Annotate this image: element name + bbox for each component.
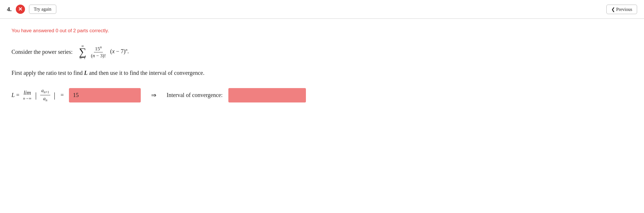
main-content: You have answered 0 out of 2 parts corre…	[0, 19, 402, 114]
series-fraction: 15n (n − 3)!	[90, 45, 107, 59]
summation-symbol: ∞ ∑ n=1	[79, 44, 86, 60]
sum-body: 15n (n − 3)! (x − 7)n.	[89, 45, 129, 59]
sum-lower: n=1	[80, 56, 85, 60]
question-number: 4.	[7, 5, 12, 13]
abs-bar-left: |	[35, 91, 37, 100]
series-term: (x − 7)n.	[110, 48, 129, 54]
limit-answer-value: 15	[73, 92, 79, 98]
answer-row: L = lim n→∞ | an+1 an | = 15 ⇒ Interval …	[11, 88, 391, 103]
equals-sign: =	[61, 92, 64, 98]
status-text: You have answered 0 out of 2 parts corre…	[11, 28, 391, 34]
implies-arrow: ⇒	[151, 92, 156, 99]
header-left: 4. ✕ Try again	[7, 5, 56, 14]
instruction-text: First apply the ratio test to find L and…	[11, 68, 391, 77]
interval-answer-box[interactable]	[228, 88, 306, 102]
l-equals: L =	[11, 92, 19, 98]
series-denominator: (n − 3)!	[90, 52, 107, 59]
limit-expression: L = lim n→∞ | an+1 an | = 15	[11, 88, 141, 103]
error-icon-symbol: ✕	[18, 6, 22, 12]
error-icon[interactable]: ✕	[16, 5, 25, 14]
ratio-numerator: an+1	[40, 88, 50, 95]
series-formula: ∞ ∑ n=1 15n (n − 3)! (x − 7)n.	[78, 44, 129, 60]
lim-symbol: lim n→∞	[23, 90, 31, 101]
problem-statement: Consider the power series: ∞ ∑ n=1 15n (…	[11, 44, 391, 60]
series-numerator: 15n	[94, 45, 103, 53]
abs-bar-right: |	[54, 91, 55, 100]
try-again-button[interactable]: Try again	[29, 5, 56, 14]
header: 4. ✕ Try again ❮ Previous	[0, 0, 644, 19]
problem-intro: Consider the power series:	[11, 49, 73, 55]
previous-button[interactable]: ❮ Previous	[606, 5, 637, 14]
ratio-denominator: an	[42, 95, 49, 102]
limit-answer-box[interactable]: 15	[69, 88, 141, 102]
ratio-fraction: an+1 an	[40, 88, 50, 103]
interval-label: Interval of convergence:	[167, 92, 223, 98]
